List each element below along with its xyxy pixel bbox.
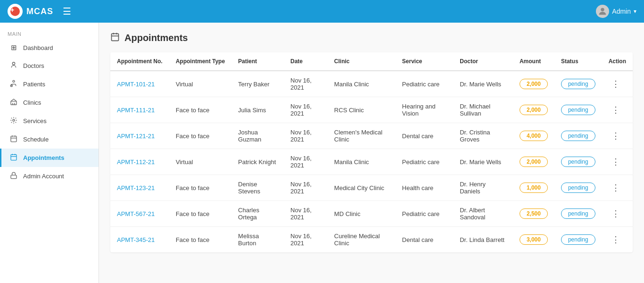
cell-action: ⋮ <box>602 97 633 123</box>
cell-service: Hearing and Vision <box>396 97 453 123</box>
cell-apmt-no: APMT-101-21 <box>110 71 169 97</box>
status-badge: pending <box>561 79 595 89</box>
layout: Main ⊞ Dashboard Doctors Patients Clinic… <box>0 23 644 283</box>
cell-service: Dental care <box>396 227 453 253</box>
table-row: APMT-123-21 Face to face Denise Stevens … <box>110 175 633 201</box>
cell-amount: 2,000 <box>513 149 554 175</box>
cell-status: pending <box>554 97 602 123</box>
cell-patient: Terry Baker <box>231 71 284 97</box>
cell-doctor: Dr. Henry Daniels <box>453 175 513 201</box>
cell-clinic: Medical City Clinic <box>328 175 396 201</box>
cell-clinic: Manila Clinic <box>328 71 396 97</box>
cell-apmt-type: Face to face <box>169 201 231 227</box>
table-row: APMT-111-21 Face to face Julia Sims Nov … <box>110 97 633 123</box>
sidebar-section-label: Main <box>0 26 99 39</box>
col-status: Status <box>554 52 602 71</box>
cell-doctor: Dr. Michael Sullivan <box>453 97 513 123</box>
apmt-no-link[interactable]: APMT-111-21 <box>117 107 155 114</box>
svg-rect-5 <box>11 101 17 105</box>
apmt-no-link[interactable]: APMT-345-21 <box>117 236 155 243</box>
hamburger-icon[interactable]: ☰ <box>63 6 71 17</box>
action-menu-button[interactable]: ⋮ <box>609 130 623 142</box>
sidebar-item-services[interactable]: Services <box>0 112 99 130</box>
col-clinic: Clinic <box>328 52 396 71</box>
sidebar-item-patients[interactable]: Patients <box>0 75 99 93</box>
apmt-no-link[interactable]: APMT-101-21 <box>117 81 155 88</box>
sidebar-item-label: Appointments <box>23 154 64 161</box>
status-badge: pending <box>561 131 595 141</box>
cell-action: ⋮ <box>602 149 633 175</box>
cell-apmt-type: Face to face <box>169 123 231 149</box>
cell-apmt-type: Face to face <box>169 97 231 123</box>
patients-icon <box>9 80 18 89</box>
cell-service: Pediatric care <box>396 71 453 97</box>
cell-apmt-no: APMT-345-21 <box>110 227 169 253</box>
amount-badge: 2,000 <box>520 79 548 89</box>
col-action: Action <box>602 52 633 71</box>
amount-badge: 2,000 <box>520 105 548 115</box>
sidebar-item-schedule[interactable]: Schedule <box>0 130 99 149</box>
cell-status: pending <box>554 123 602 149</box>
action-menu-button[interactable]: ⋮ <box>609 233 623 246</box>
amount-badge: 2,000 <box>520 157 548 167</box>
col-service: Service <box>396 52 453 71</box>
apmt-no-link[interactable]: APMT-112-21 <box>117 158 155 166</box>
cell-date: Nov 16, 2021 <box>284 71 328 97</box>
sidebar-item-appointments[interactable]: Appointments <box>0 149 99 167</box>
cell-action: ⋮ <box>602 71 633 97</box>
cell-amount: 2,000 <box>513 71 554 97</box>
cell-amount: 4,000 <box>513 123 554 149</box>
app-logo: + MCAS <box>8 4 53 19</box>
cell-status: pending <box>554 149 602 175</box>
cell-status: pending <box>554 227 602 253</box>
cell-patient: Melissa Burton <box>231 227 284 253</box>
cell-patient: Charles Ortega <box>231 201 284 227</box>
svg-point-2 <box>13 80 15 82</box>
col-amount: Amount <box>513 52 554 71</box>
sidebar: Main ⊞ Dashboard Doctors Patients Clinic… <box>0 23 99 283</box>
sidebar-item-admin-account[interactable]: Admin Account <box>0 167 99 185</box>
action-menu-button[interactable]: ⋮ <box>609 182 623 194</box>
apmt-no-link[interactable]: APMT-123-21 <box>117 184 155 191</box>
cell-date: Nov 16, 2021 <box>284 175 328 201</box>
apmt-no-link[interactable]: APMT-121-21 <box>117 133 155 140</box>
action-menu-button[interactable]: ⋮ <box>609 78 623 90</box>
cell-clinic: Clemen's Medical Clinic <box>328 123 396 149</box>
sidebar-item-dashboard[interactable]: ⊞ Dashboard <box>0 39 99 57</box>
admin-menu[interactable]: Admin ▾ <box>596 5 636 18</box>
action-menu-button[interactable]: ⋮ <box>609 104 623 116</box>
sidebar-item-doctors[interactable]: Doctors <box>0 57 99 75</box>
page-header-icon <box>110 32 120 44</box>
topnav-left: + MCAS ☰ <box>8 4 71 19</box>
table-row: APMT-121-21 Face to face Joshua Guzman N… <box>110 123 633 149</box>
cell-apmt-type: Virtual <box>169 149 231 175</box>
sidebar-item-clinics[interactable]: Clinics <box>0 93 99 112</box>
cell-doctor: Dr. Marie Wells <box>453 71 513 97</box>
status-badge: pending <box>561 234 595 245</box>
svg-point-1 <box>12 62 15 65</box>
cell-amount: 1,000 <box>513 175 554 201</box>
col-doctor: Doctor <box>453 52 513 71</box>
appointments-table-container: Appointment No. Appointment Type Patient… <box>110 52 633 252</box>
svg-rect-9 <box>11 136 17 142</box>
cell-clinic: Manila Clinic <box>328 149 396 175</box>
sidebar-item-label: Admin Account <box>23 173 64 180</box>
page-title: Appointments <box>124 33 188 43</box>
cell-apmt-no: APMT-123-21 <box>110 175 169 201</box>
cell-service: Dental care <box>396 123 453 149</box>
col-patient: Patient <box>231 52 284 71</box>
svg-rect-18 <box>112 33 119 41</box>
cell-status: pending <box>554 175 602 201</box>
apmt-no-link[interactable]: APMT-567-21 <box>117 210 155 217</box>
cell-action: ⋮ <box>602 227 633 253</box>
dashboard-icon: ⊞ <box>9 43 18 52</box>
status-badge: pending <box>561 157 595 167</box>
action-menu-button[interactable]: ⋮ <box>609 156 623 168</box>
action-menu-button[interactable]: ⋮ <box>609 208 623 220</box>
sidebar-item-label: Schedule <box>23 136 49 143</box>
sidebar-item-label: Dashboard <box>23 44 53 51</box>
cell-date: Nov 16, 2021 <box>284 123 328 149</box>
services-icon <box>9 117 18 125</box>
sidebar-item-label: Patients <box>23 81 45 88</box>
sidebar-item-label: Clinics <box>23 99 41 106</box>
